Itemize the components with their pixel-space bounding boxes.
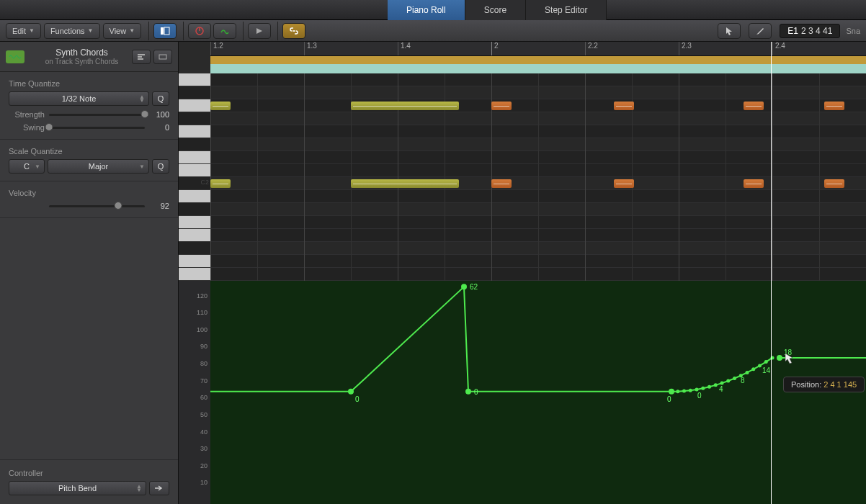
- svg-point-11: [670, 390, 674, 393]
- midi-note[interactable]: [351, 179, 459, 188]
- note-grid[interactable]: [210, 73, 866, 281]
- strength-label: Strength: [9, 110, 49, 119]
- quantize-button[interactable]: Q: [152, 91, 169, 106]
- region-title: Synth Chords: [32, 48, 132, 58]
- updown-icon: ▲▼: [139, 95, 145, 102]
- tab-score[interactable]: Score: [465, 0, 526, 20]
- link-icon[interactable]: [282, 23, 305, 39]
- svg-rect-5: [138, 58, 143, 60]
- controller-label: Controller: [9, 469, 169, 477]
- midi-out-icon[interactable]: [213, 23, 236, 39]
- automation-scale: 120110100908070605040302010: [179, 281, 210, 504]
- inspector-toggle-icon[interactable]: [153, 23, 177, 39]
- updown-icon: ▲▼: [136, 485, 142, 492]
- svg-text:14: 14: [762, 366, 771, 374]
- position-display: E12 3 4 41: [780, 24, 840, 38]
- svg-point-21: [733, 377, 736, 380]
- pencil-tool-icon[interactable]: [749, 23, 772, 39]
- velocity-slider[interactable]: [49, 205, 145, 207]
- svg-text:4: 4: [719, 385, 723, 393]
- tab-piano-roll[interactable]: Piano Roll: [388, 0, 465, 20]
- svg-text:0: 0: [355, 395, 360, 403]
- svg-rect-4: [138, 56, 142, 58]
- svg-point-8: [461, 284, 467, 289]
- time-ruler[interactable]: 1.2 1.3 1.4 2 2.2 2.3 2.4 3: [210, 42, 866, 56]
- midi-note[interactable]: [491, 102, 512, 110]
- svg-rect-6: [159, 55, 166, 59]
- svg-point-26: [764, 360, 768, 364]
- svg-text:0: 0: [667, 395, 671, 403]
- time-quantize-label: Time Quantize: [9, 79, 169, 88]
- svg-point-20: [726, 379, 730, 382]
- position-tooltip: Position: 2 4 1 145: [783, 377, 865, 392]
- region-view-icon[interactable]: [153, 50, 172, 64]
- svg-point-14: [689, 389, 692, 392]
- velocity-label: Velocity: [9, 189, 169, 197]
- midi-note[interactable]: [491, 179, 512, 188]
- chevron-down-icon: ▼: [139, 165, 145, 168]
- svg-text:0: 0: [697, 392, 702, 400]
- chevron-down-icon: ▼: [129, 27, 135, 34]
- midi-note[interactable]: [824, 102, 844, 110]
- midi-note[interactable]: [210, 179, 231, 188]
- midi-in-icon[interactable]: [188, 23, 211, 39]
- svg-rect-1: [164, 27, 169, 35]
- scale-quantize-button[interactable]: Q: [152, 159, 169, 174]
- svg-text:8: 8: [741, 377, 745, 384]
- svg-point-25: [758, 364, 762, 367]
- svg-point-18: [714, 383, 718, 387]
- svg-point-28: [777, 355, 782, 361]
- svg-rect-3: [138, 54, 145, 55]
- chevron-down-icon: ▼: [29, 27, 35, 34]
- region-subtitle: on Track Synth Chords: [32, 58, 132, 66]
- svg-text:62: 62: [470, 283, 478, 291]
- edit-menu[interactable]: Edit▼: [6, 23, 41, 39]
- automation-lane[interactable]: 620000481418 Position: 2 4 1 145: [210, 281, 866, 504]
- playhead[interactable]: [771, 42, 772, 504]
- functions-menu[interactable]: Functions▼: [44, 23, 100, 39]
- svg-point-24: [751, 367, 755, 371]
- scale-quantize-label: Scale Quantize: [9, 147, 169, 156]
- svg-text:0: 0: [474, 388, 478, 396]
- chevron-down-icon: ▼: [88, 27, 94, 34]
- midi-note[interactable]: [351, 102, 459, 110]
- svg-point-9: [465, 389, 471, 395]
- midi-note[interactable]: [614, 102, 634, 110]
- snap-label: Sna: [846, 27, 860, 35]
- strength-slider[interactable]: [49, 114, 145, 116]
- chevron-down-icon: ▼: [35, 165, 40, 168]
- svg-point-16: [701, 387, 705, 390]
- region-icon: [6, 50, 24, 63]
- catch-playhead-icon[interactable]: [248, 23, 271, 39]
- midi-note[interactable]: [744, 102, 764, 110]
- piano-keyboard[interactable]: C2: [179, 73, 210, 281]
- controller-select[interactable]: Pitch Bend▲▼: [9, 481, 146, 495]
- region-overview[interactable]: [210, 56, 866, 73]
- svg-point-12: [676, 390, 679, 393]
- scale-type-select[interactable]: Major▼: [48, 159, 149, 174]
- swing-value: 0: [145, 123, 169, 132]
- controller-send-icon[interactable]: [149, 481, 169, 495]
- svg-point-23: [746, 371, 749, 374]
- swing-slider[interactable]: [49, 127, 145, 129]
- svg-point-17: [707, 385, 711, 389]
- svg-point-7: [348, 389, 354, 395]
- swing-label: Swing: [9, 123, 49, 132]
- midi-note[interactable]: [744, 179, 764, 188]
- pointer-tool-icon[interactable]: [718, 23, 741, 39]
- svg-rect-0: [161, 27, 164, 35]
- svg-point-13: [682, 390, 686, 393]
- notes-view-icon[interactable]: [132, 50, 151, 64]
- tab-step-editor[interactable]: Step Editor: [526, 0, 607, 20]
- midi-note[interactable]: [210, 102, 231, 110]
- midi-note[interactable]: [614, 179, 634, 188]
- midi-note[interactable]: [824, 179, 844, 188]
- svg-point-15: [695, 387, 699, 391]
- view-menu[interactable]: View▼: [103, 23, 142, 39]
- velocity-value: 92: [145, 202, 169, 210]
- time-quantize-select[interactable]: 1/32 Note▲▼: [9, 91, 149, 106]
- scale-root-select[interactable]: C▼: [9, 159, 45, 174]
